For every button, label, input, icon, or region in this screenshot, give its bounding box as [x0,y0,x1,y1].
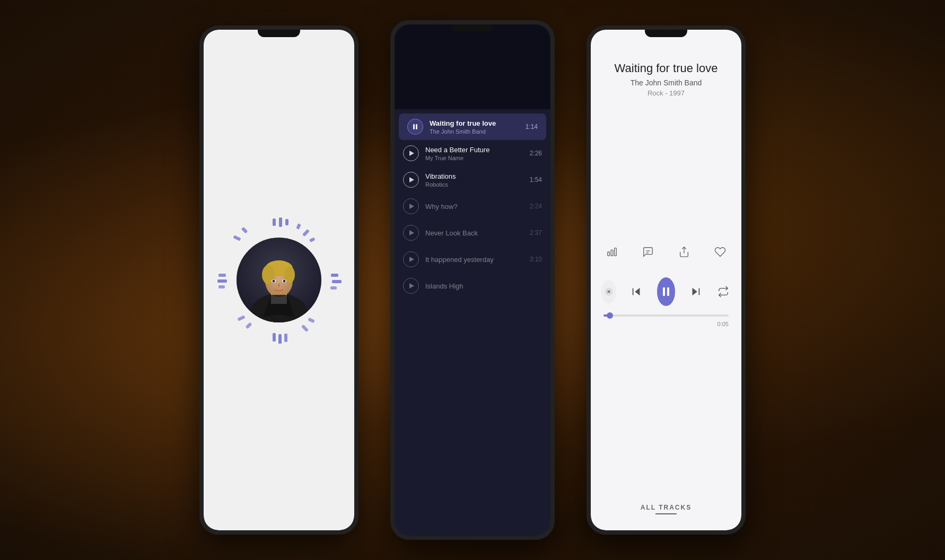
track-duration: 3:10 [530,256,542,263]
skip-forward-icon [690,286,702,298]
skip-back-icon [631,286,642,298]
cancel-button[interactable] [601,280,616,303]
svg-rect-18 [218,285,225,288]
svg-rect-5 [309,237,316,242]
track-name: Never Look Back [425,229,530,237]
track-item[interactable]: It happened yesterday 3:10 [395,246,550,273]
track-info: Vibrations Robotics [425,172,530,188]
svg-marker-46 [692,287,697,295]
track-info: Islands High [425,282,542,290]
now-playing-actions [601,242,731,277]
track-artist: Robotics [425,181,530,188]
track-duration: 2:24 [530,203,542,210]
track-item[interactable]: Why how? 2:24 [395,193,550,220]
repeat-icon [718,286,729,298]
track-play-button[interactable] [403,198,419,214]
svg-point-31 [273,280,275,283]
now-playing-footer: ALL TRACKS [601,504,731,530]
track-info: Never Look Back [425,229,530,237]
svg-rect-44 [663,287,665,296]
track-duration: 1:14 [526,123,538,130]
phone-2: Waiting for true love The John Smith Ban… [390,20,555,540]
play-icon [409,257,414,262]
track-name: Vibrations [425,172,530,180]
track-item[interactable]: Islands High [395,273,550,299]
repeat-button[interactable] [716,280,731,303]
svg-rect-2 [285,219,288,225]
svg-rect-13 [284,334,287,342]
svg-rect-4 [302,229,310,237]
track-artist: The John Smith Band [430,128,526,135]
now-playing-meta: Rock - 1997 [601,89,731,97]
play-icon [409,204,414,209]
album-circle [215,216,343,344]
svg-point-32 [283,280,286,283]
previous-button[interactable] [629,280,644,303]
svg-rect-17 [217,279,227,283]
track-artist: My True Name [425,155,530,161]
svg-rect-35 [615,248,617,256]
track-item[interactable]: Never Look Back 2:37 [395,220,550,246]
svg-rect-16 [218,274,226,277]
pause-button[interactable] [657,277,676,306]
album-art-image [237,238,321,322]
svg-rect-3 [296,223,301,230]
play-icon [409,230,414,235]
track-item[interactable]: Vibrations Robotics 1:54 [395,167,550,193]
spacer-2 [601,359,731,504]
all-tracks-label: ALL TRACKS [601,504,731,511]
svg-rect-45 [667,287,669,296]
heart-svg [714,246,726,258]
track-play-button[interactable] [403,172,419,188]
phone-2-screen: Waiting for true love The John Smith Ban… [395,24,550,536]
svg-rect-19 [241,227,248,234]
track-play-pause-button[interactable] [407,119,423,135]
svg-marker-42 [635,287,640,295]
svg-rect-11 [273,333,276,342]
track-play-button[interactable] [403,251,419,267]
svg-rect-33 [608,252,610,256]
track-play-button[interactable] [403,278,419,294]
next-button[interactable] [688,280,703,303]
phone-2-header [395,24,550,109]
equalizer-icon[interactable] [602,242,622,261]
now-playing-artist: The John Smith Band [601,78,731,87]
progress-time: 0:05 [603,321,729,327]
scene: Waiting for true love The John Smith Ban… [0,0,945,560]
svg-rect-6 [331,274,338,277]
track-info: Waiting for true love The John Smith Ban… [430,119,526,135]
now-playing-header: Waiting for true love The John Smith Ban… [601,30,731,97]
track-play-button[interactable] [403,225,419,241]
share-icon[interactable] [675,242,694,261]
track-name: Waiting for true love [430,119,526,127]
svg-rect-15 [237,315,245,321]
track-info: Why how? [425,203,530,211]
track-duration: 1:54 [530,176,542,183]
track-play-button[interactable] [403,145,419,161]
track-info: Need a Better Future My True Name [425,146,530,161]
track-item[interactable]: Waiting for true love The John Smith Ban… [399,113,546,140]
track-item[interactable]: Need a Better Future My True Name 2:26 [395,140,550,167]
pause-bar-1 [413,124,415,129]
svg-rect-10 [301,325,309,332]
svg-rect-34 [611,250,613,256]
phones-wrapper: Waiting for true love The John Smith Ban… [199,20,746,540]
progress-bar[interactable] [603,314,729,317]
favorite-icon[interactable] [711,242,730,261]
footer-line [655,513,677,514]
track-name: It happened yesterday [425,256,530,264]
share-svg [678,246,690,258]
svg-rect-1 [279,217,282,227]
speech-bubble-svg [642,246,654,258]
track-list: Waiting for true love The John Smith Ban… [395,109,550,536]
svg-rect-12 [278,334,282,344]
lyrics-icon[interactable] [638,242,658,261]
track-name: Why how? [425,203,530,211]
now-playing-title: Waiting for true love [601,62,731,75]
svg-rect-8 [330,286,337,290]
artist-illustration [237,238,321,322]
phone-3-screen: Waiting for true love The John Smith Ban… [591,30,741,530]
x-icon [604,287,614,296]
svg-rect-0 [273,218,276,226]
bar-chart-svg [606,246,618,258]
